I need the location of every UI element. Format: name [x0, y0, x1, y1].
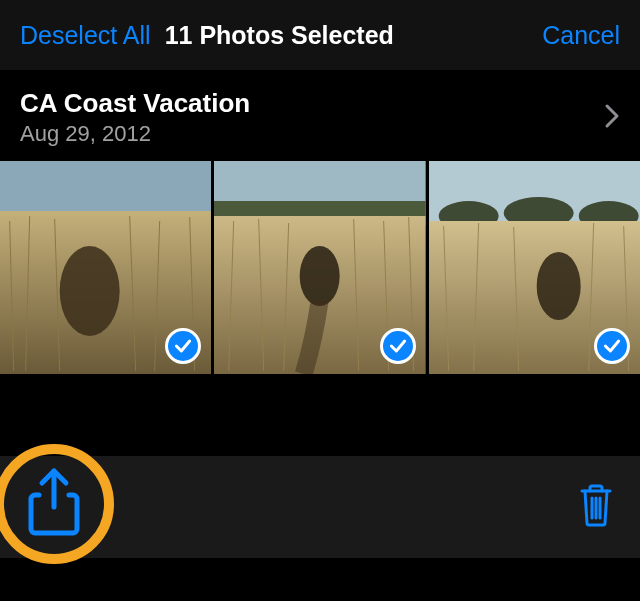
trash-button[interactable]	[578, 483, 614, 531]
photo-thumbnail[interactable]	[429, 161, 640, 374]
album-title: CA Coast Vacation	[20, 88, 604, 119]
bottom-toolbar	[0, 456, 640, 558]
selection-checkmark-icon	[594, 328, 630, 364]
cancel-button[interactable]: Cancel	[542, 21, 620, 50]
share-icon	[27, 467, 81, 541]
album-header[interactable]: CA Coast Vacation Aug 29, 2012	[0, 70, 640, 161]
photo-thumbnail[interactable]	[214, 161, 425, 374]
svg-point-3	[60, 246, 120, 336]
svg-point-25	[536, 252, 580, 320]
deselect-all-button[interactable]: Deselect All	[20, 21, 151, 50]
album-date: Aug 29, 2012	[20, 121, 604, 147]
svg-point-13	[300, 246, 340, 306]
svg-rect-0	[0, 161, 211, 211]
photo-grid	[0, 161, 640, 374]
selection-checkmark-icon	[380, 328, 416, 364]
share-button[interactable]	[0, 444, 114, 564]
photo-thumbnail[interactable]	[0, 161, 211, 374]
selection-title: 11 Photos Selected	[165, 21, 394, 50]
chevron-right-icon	[604, 103, 620, 133]
top-bar: Deselect All 11 Photos Selected Cancel	[0, 0, 640, 70]
